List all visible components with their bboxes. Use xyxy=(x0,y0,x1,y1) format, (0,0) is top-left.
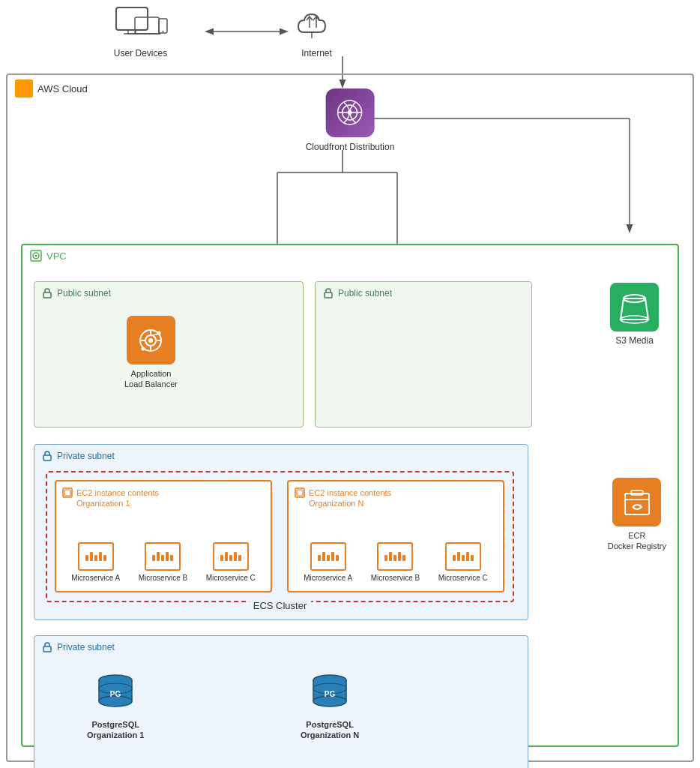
ecr-icon xyxy=(612,478,661,526)
ec2-icon-1 xyxy=(62,488,73,498)
ec2-icon-2 xyxy=(295,488,305,498)
svg-rect-45 xyxy=(43,455,51,460)
alb-icon xyxy=(127,316,175,364)
ec2-instance-2: EC2 instance contentsOrganization N xyxy=(287,480,504,592)
microservice-row-1: Microservice A xyxy=(62,542,265,582)
user-devices-node: User Devices xyxy=(112,4,169,58)
ec2-label-1: EC2 instance contentsOrganization 1 xyxy=(76,488,159,509)
svg-text:PG: PG xyxy=(109,690,121,698)
ms-b1-label: Microservice B xyxy=(139,574,188,582)
ec2-label-2: EC2 instance contentsOrganization N xyxy=(309,488,391,509)
private-subnet-1-header: Private subnet xyxy=(42,451,115,461)
cloudfront-node: Cloudfront Distribution xyxy=(306,88,395,152)
svg-point-20 xyxy=(163,31,164,32)
alb-node: ApplicationLoad Balancer xyxy=(124,316,178,390)
microservice-b-1: Microservice B xyxy=(139,542,188,582)
private-subnet-2: Private subnet PG Postgr xyxy=(34,635,528,768)
ecs-cluster-label: ECS Cluster xyxy=(249,600,312,611)
s3-label: S3 Media xyxy=(615,335,654,346)
svg-text:PG: PG xyxy=(324,690,335,698)
s3-icon xyxy=(610,283,659,332)
pg2-node: PG PostgreSQLOrganization N xyxy=(301,670,359,741)
ms-c1-label: Microservice C xyxy=(206,574,256,582)
svg-rect-47 xyxy=(64,490,70,496)
vpc-header: VPC xyxy=(30,250,67,262)
internet-label: Internet xyxy=(301,48,332,58)
microservice-icon-b2 xyxy=(377,542,413,571)
aws-logo xyxy=(15,80,33,98)
vpc-label: VPC xyxy=(46,250,67,262)
architecture-diagram: User Devices Internet AWS Cloud xyxy=(0,0,700,768)
microservice-icon-c1 xyxy=(213,542,249,571)
internet-icon xyxy=(292,4,341,45)
internet-node: Internet xyxy=(292,4,341,58)
aws-cloud-box: AWS Cloud Cloudfront Distribution xyxy=(6,74,694,762)
svg-rect-53 xyxy=(43,646,51,652)
microservice-icon-b1 xyxy=(145,542,181,571)
ec2-instance-1: EC2 instance contentsOrganization 1 xyxy=(55,480,272,592)
lock-icon-3 xyxy=(42,451,52,461)
user-devices-label: User Devices xyxy=(114,48,167,58)
aws-cloud-label: AWS Cloud xyxy=(37,83,88,94)
lock-icon-2 xyxy=(323,288,334,298)
ecr-label: ECRDocker Registry xyxy=(608,530,666,552)
svg-point-39 xyxy=(157,331,161,334)
svg-rect-42 xyxy=(325,292,332,298)
ec2-header-1: EC2 instance contentsOrganization 1 xyxy=(62,488,159,509)
public-subnet-2: Public subnet xyxy=(315,281,532,428)
public-subnet-2-label: Public subnet xyxy=(338,288,392,298)
ecs-cluster: EC2 instance contentsOrganization 1 xyxy=(46,471,514,602)
svg-point-40 xyxy=(142,346,145,350)
ms-a2-label: Microservice A xyxy=(304,574,352,582)
aws-cloud-header: AWS Cloud xyxy=(15,80,88,98)
svg-rect-31 xyxy=(43,292,51,298)
cloudfront-label: Cloudfront Distribution xyxy=(306,142,395,152)
postgres-icon-2: PG xyxy=(306,670,354,715)
ms-a1-label: Microservice A xyxy=(71,574,120,582)
ms-c2-label: Microservice C xyxy=(438,574,488,582)
microservice-a-2: Microservice A xyxy=(304,542,352,582)
pg1-label: PostgreSQLOrganization 1 xyxy=(87,719,144,741)
svg-point-30 xyxy=(35,255,37,257)
public-subnet-1-header: Public subnet xyxy=(42,288,111,298)
cloudfront-icon xyxy=(325,88,374,137)
svg-line-41 xyxy=(151,334,157,335)
microservice-row-2: Microservice A xyxy=(295,542,497,582)
microservice-icon-c2 xyxy=(445,542,481,571)
svg-point-34 xyxy=(148,338,153,343)
user-devices-icon xyxy=(112,4,169,45)
public-subnet-2-header: Public subnet xyxy=(323,288,392,298)
alb-label: ApplicationLoad Balancer xyxy=(124,368,178,390)
microservice-c-2: Microservice C xyxy=(438,542,488,582)
lock-icon-1 xyxy=(42,288,52,298)
ms-b2-label: Microservice B xyxy=(371,574,420,582)
private-subnet-1-label: Private subnet xyxy=(57,451,115,461)
private-subnet-2-label: Private subnet xyxy=(57,642,115,652)
svg-rect-14 xyxy=(116,8,148,30)
svg-point-27 xyxy=(347,110,351,115)
microservice-c-1: Microservice C xyxy=(206,542,256,582)
ec2-header-2: EC2 instance contentsOrganization N xyxy=(295,488,391,509)
microservice-icon-a1 xyxy=(78,542,114,571)
s3-node: S3 Media xyxy=(610,283,659,346)
private-subnet-2-header: Private subnet xyxy=(42,642,115,652)
pg2-label: PostgreSQLOrganization N xyxy=(301,719,359,741)
microservice-icon-a2 xyxy=(310,542,346,571)
vpc-icon xyxy=(30,250,42,262)
ecr-node: ECRDocker Registry xyxy=(608,478,666,552)
microservice-b-2: Microservice B xyxy=(371,542,420,582)
lock-icon-4 xyxy=(42,642,52,652)
public-subnet-1-label: Public subnet xyxy=(57,288,111,298)
pg1-node: PG PostgreSQLOrganization 1 xyxy=(87,670,144,741)
private-subnet-1: Private subnet EC2 instance contentsOrga… xyxy=(34,444,528,620)
svg-rect-49 xyxy=(297,490,303,496)
vpc-box: VPC Public subnet xyxy=(21,244,679,747)
postgres-icon-1: PG xyxy=(91,670,140,715)
public-subnet-1: Public subnet xyxy=(34,281,304,428)
microservice-a-1: Microservice A xyxy=(71,542,120,582)
